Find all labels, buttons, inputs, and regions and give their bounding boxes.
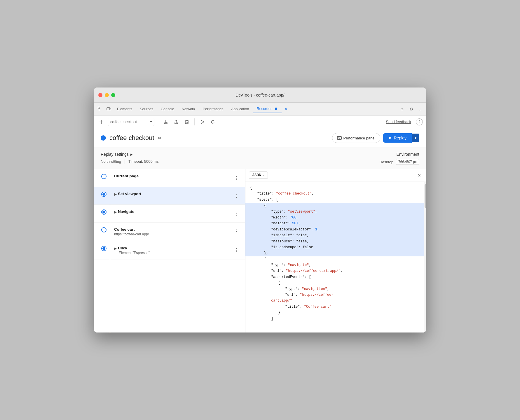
recording-selector[interactable]: coffee checkout ▾ <box>108 118 154 126</box>
json-highlight-block: { "type": "setViewport", "width": 766, "… <box>245 203 426 256</box>
step-dot-area-viewport <box>94 192 114 196</box>
step-click[interactable]: ▶ Click Element "Espresso" ⋮ <box>94 241 245 260</box>
settings-expand-icon[interactable]: ▶ <box>130 153 133 156</box>
step-coffee-cart[interactable]: Coffee cart https://coffee-cart.app/ ⋮ <box>94 223 245 241</box>
toolbar-separator-2 <box>194 118 195 125</box>
step-menu-current-page[interactable]: ⋮ <box>232 174 240 182</box>
settings-bar: Replay settings ▶ No throttling Timeout:… <box>94 148 426 169</box>
titlebar: DevTools - coffee-cart.app/ <box>94 88 426 103</box>
tab-elements[interactable]: Elements <box>114 105 136 113</box>
step-expand-viewport: ▶ Set viewport <box>114 192 232 197</box>
recording-header: coffee checkout ✏ Performance panel Repl… <box>94 128 426 148</box>
json-line-open-brace: { <box>250 185 422 191</box>
tab-network[interactable]: Network <box>178 105 199 113</box>
device-toggle-icon[interactable] <box>105 105 113 113</box>
step-dot-click <box>102 246 106 251</box>
json-line-height: "height": 507, <box>250 220 422 226</box>
performance-panel-button[interactable]: Performance panel <box>332 133 381 143</box>
json-line-asserted-close: ] <box>250 316 422 322</box>
json-line-hastouch: "hasTouch": false, <box>250 239 422 244</box>
replay-settings: Replay settings ▶ No throttling Timeout:… <box>101 152 159 164</box>
json-line-dsf: "deviceScaleFactor": 1, <box>250 227 422 232</box>
tab-sources[interactable]: Sources <box>136 105 157 113</box>
selected-recording-name: coffee checkout <box>110 120 137 124</box>
timeout-value: Timeout: 5000 ms <box>128 159 159 164</box>
step-subtitle-coffee-cart: https://coffee-cart.app/ <box>114 232 232 236</box>
import-icon[interactable] <box>172 118 180 126</box>
svg-marker-14 <box>389 136 392 139</box>
throttling-value: No throttling <box>101 159 121 164</box>
maximize-button[interactable] <box>111 93 115 97</box>
replay-dropdown-button[interactable]: ▾ <box>412 134 419 142</box>
json-panel: JSON ▾ ✕ { "title": "coffee checkout", "… <box>245 169 426 332</box>
json-line-step1-close: }, <box>250 250 422 256</box>
json-scrollbar-thumb[interactable] <box>425 184 426 208</box>
step-content-click: ▶ Click Element "Espresso" <box>114 246 232 255</box>
tab-application[interactable]: Application <box>228 105 252 113</box>
step-dot-navigate <box>102 210 106 214</box>
window-title: DevTools - coffee-cart.app/ <box>235 93 284 97</box>
svg-rect-0 <box>98 107 100 109</box>
tab-recorder[interactable]: Recorder ⏺ <box>253 105 282 113</box>
json-toolbar: JSON ▾ ✕ <box>245 169 426 181</box>
minimize-button[interactable] <box>105 93 109 97</box>
replay-button-group: Replay ▾ <box>383 133 419 143</box>
edit-title-icon[interactable]: ✏ <box>158 135 162 141</box>
step-menu-navigate[interactable]: ⋮ <box>232 209 240 218</box>
step-navigate[interactable]: ▶ Navigate ⋮ <box>94 205 245 223</box>
delete-icon[interactable] <box>183 118 191 126</box>
send-feedback-link[interactable]: Send feedback <box>386 120 411 124</box>
replay-main-button[interactable]: Replay <box>383 133 412 143</box>
json-close-button[interactable]: ✕ <box>416 172 423 179</box>
env-value: Desktop 766×507 px <box>379 159 419 165</box>
steps-panel: Current page ⋮ ▶ Set viewport ⋮ <box>94 169 245 332</box>
perf-panel-icon <box>337 136 342 140</box>
perf-panel-label: Performance panel <box>343 136 376 140</box>
step-dot-area-navigate <box>94 209 114 214</box>
replay-label: Replay <box>394 136 406 140</box>
step-expand-navigate: ▶ Navigate <box>114 209 232 214</box>
step-title-viewport: Set viewport <box>118 192 141 196</box>
settings-icon[interactable]: ⚙ <box>407 105 415 113</box>
step-menu-click[interactable]: ⋮ <box>232 246 240 254</box>
json-line-step2-open: { <box>250 256 422 262</box>
json-format-selector[interactable]: JSON ▾ <box>249 172 268 179</box>
replay-icon[interactable] <box>209 118 217 126</box>
json-line-url: "url": "https://coffee-cart.app/", <box>250 268 422 274</box>
step-content-coffee-cart: Coffee cart https://coffee-cart.app/ <box>114 227 232 236</box>
svg-rect-4 <box>110 108 111 110</box>
recording-status-dot <box>101 135 106 141</box>
step-content-navigate: ▶ Navigate <box>114 209 232 214</box>
export-icon[interactable] <box>162 118 170 126</box>
more-options-icon[interactable]: ⋮ <box>416 105 424 113</box>
json-line-type: "type": "setViewport", <box>250 209 422 215</box>
step-set-viewport[interactable]: ▶ Set viewport ⋮ <box>94 187 245 205</box>
step-dot-area-click <box>94 246 114 251</box>
json-line-ae-url2: cart.app/", <box>250 298 422 304</box>
json-line-ae-type: "type": "navigation", <box>250 286 422 292</box>
start-recording-icon[interactable] <box>198 118 206 126</box>
tab-console[interactable]: Console <box>157 105 178 113</box>
json-content[interactable]: { "title": "coffee checkout", "steps": [… <box>245 181 426 332</box>
tab-performance[interactable]: Performance <box>199 105 227 113</box>
env-size-badge: 766×507 px <box>396 159 419 165</box>
step-menu-viewport[interactable]: ⋮ <box>232 192 240 200</box>
step-menu-coffee-cart[interactable]: ⋮ <box>232 227 240 235</box>
json-scrollbar[interactable] <box>424 182 426 332</box>
json-line-width: "width": 766, <box>250 215 422 220</box>
close-button[interactable] <box>98 93 102 97</box>
replay-play-icon <box>388 136 392 140</box>
inspect-icon[interactable] <box>96 105 104 113</box>
recording-title: coffee checkout <box>109 134 154 142</box>
close-recorder-tab-icon[interactable]: ✕ <box>282 105 290 113</box>
dropdown-arrow-icon: ▾ <box>150 120 152 123</box>
step-dot-current-page <box>102 174 106 178</box>
help-button[interactable]: ? <box>416 118 423 125</box>
step-dot-viewport <box>102 192 106 196</box>
add-recording-button[interactable] <box>97 118 105 126</box>
more-tabs-icon[interactable]: » <box>398 105 406 113</box>
json-line-ae-close: } <box>250 310 422 316</box>
step-current-page[interactable]: Current page ⋮ <box>94 169 245 187</box>
recorder-icon: ⏺ <box>274 106 278 111</box>
expand-arrow-icon: ▶ <box>114 192 117 196</box>
